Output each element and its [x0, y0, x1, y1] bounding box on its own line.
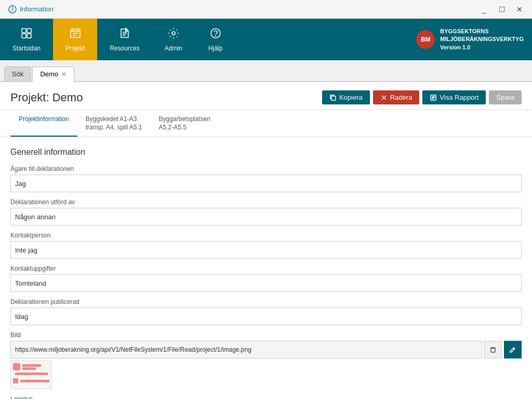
brand-avatar: BM: [416, 30, 435, 49]
form-area: Generell information Ägare till deklarat…: [0, 137, 532, 399]
subtab-projektinfo-label: Projektinformation: [19, 115, 69, 123]
hjälp-icon: [209, 27, 222, 43]
label-kontaktuppgifter: Kontaktuppgifter: [10, 265, 522, 272]
titlebar: Information _ ☐ ✕: [0, 0, 532, 19]
project-header: Projekt: Demo Kopiera Radera: [0, 82, 532, 110]
nav-startsidan-label: Startsidan: [12, 45, 41, 52]
startsidan-icon: [20, 27, 33, 43]
input-kontaktuppgifter[interactable]: [10, 274, 522, 292]
subtab-byggarbetsplatsen[interactable]: ByggarbetsplatsenA5.2-A5.5: [150, 110, 218, 137]
tab-demo[interactable]: Demo ✕: [32, 66, 74, 82]
input-publicerad[interactable]: [10, 308, 522, 325]
bild-edit-button[interactable]: [504, 341, 522, 358]
minimize-button[interactable]: _: [476, 2, 493, 17]
svg-rect-26: [491, 348, 495, 352]
brand-line2: MILJÖBERÄKNINGSVERKTYG: [440, 35, 524, 43]
project-actions: Kopiera Radera Visa Rapport Spar: [322, 90, 522, 104]
svg-point-2: [12, 7, 13, 8]
svg-point-16: [172, 32, 175, 35]
tabbar: Sök Demo ✕: [0, 60, 532, 82]
label-logotyp: Logotyp: [10, 395, 522, 399]
maximize-button[interactable]: ☐: [494, 2, 510, 17]
nav-hjälp[interactable]: Hjälp: [195, 19, 236, 60]
svg-rect-4: [27, 29, 31, 33]
copy-button[interactable]: Kopiera: [322, 90, 370, 104]
copy-label: Kopiera: [339, 94, 363, 101]
copy-icon: [329, 94, 337, 101]
label-utford: Deklarationen utförd av: [10, 198, 522, 206]
brand-line1: BYGGSEKTORNS: [440, 28, 524, 35]
brand: BM BYGGSEKTORNS MILJÖBERÄKNINGSVERKTYG V…: [416, 19, 532, 60]
trash-icon: [489, 346, 497, 353]
info-label: Information: [20, 5, 54, 13]
field-bild: Bild: [10, 331, 522, 389]
svg-point-18: [215, 36, 216, 36]
label-publicerad: Deklarationen publicerad: [10, 298, 522, 305]
pencil-icon: [509, 346, 516, 353]
nav-admin-label: Admin: [165, 45, 182, 52]
nav-resources-label: Resources: [110, 45, 139, 52]
nav-resources[interactable]: Resources: [97, 19, 152, 60]
subtab-byggarbetsplatsen-label: ByggarbetsplatsenA5.2-A5.5: [158, 115, 210, 131]
subtab-projektinfo[interactable]: Projektinformation: [10, 110, 77, 137]
brand-text: BYGGSEKTORNS MILJÖBERÄKNINGSVERKTYG Vers…: [440, 28, 524, 51]
report-label: Visa Rapport: [440, 94, 478, 101]
input-utford[interactable]: [10, 208, 522, 225]
label-kontaktperson: Kontaktperson: [10, 232, 522, 239]
nav-hjälp-label: Hjälp: [208, 45, 222, 52]
label-bild: Bild: [10, 331, 522, 339]
input-bild[interactable]: [10, 341, 482, 358]
close-button[interactable]: ✕: [511, 2, 528, 17]
tab-sok-label: Sök: [12, 70, 23, 78]
save-label: Spara: [496, 94, 514, 101]
navbar: Startsidan Projekt Resources: [0, 19, 532, 60]
projekt-icon: [69, 27, 82, 43]
field-publicerad: Deklarationen publicerad: [10, 298, 522, 325]
save-button[interactable]: Spara: [489, 90, 522, 104]
input-kontaktperson[interactable]: [10, 241, 522, 259]
svg-rect-6: [27, 34, 31, 38]
bild-delete-button[interactable]: [484, 341, 502, 358]
field-utford: Deklarationen utförd av: [10, 198, 522, 225]
project-title: Projekt: Demo: [10, 91, 322, 104]
field-kontaktuppgifter: Kontaktuppgifter: [10, 265, 522, 292]
tab-sok[interactable]: Sök: [4, 66, 31, 81]
info-icon: [8, 5, 17, 14]
bild-file-row: [10, 341, 522, 358]
section-title: Generell information: [10, 148, 522, 157]
tab-close-icon[interactable]: ✕: [61, 71, 66, 78]
subtab-byggskedet-label: Byggskedet A1-A3transp. A4, spill A5.1: [86, 115, 142, 131]
content-area: Projekt: Demo Kopiera Radera: [0, 82, 532, 399]
field-logotyp: Logotyp: [10, 395, 522, 399]
report-icon: [430, 94, 437, 101]
report-button[interactable]: Visa Rapport: [422, 90, 486, 104]
admin-icon: [167, 27, 180, 43]
nav-startsidan[interactable]: Startsidan: [0, 19, 53, 60]
resources-icon: [118, 27, 131, 43]
label-agare: Ägare till deklarationen: [10, 165, 522, 172]
window-controls: _ ☐ ✕: [476, 2, 528, 17]
nav-projekt[interactable]: Projekt: [53, 19, 97, 60]
delete-icon: [380, 94, 388, 101]
bild-preview: [10, 361, 52, 389]
tab-demo-label: Demo: [40, 70, 58, 78]
subtab-byggskedet[interactable]: Byggskedet A1-A3transp. A4, spill A5.1: [77, 110, 151, 137]
nav-projekt-label: Projekt: [65, 45, 85, 52]
delete-button[interactable]: Radera: [373, 90, 420, 104]
input-agare[interactable]: [10, 175, 522, 192]
svg-point-17: [211, 29, 220, 38]
brand-line3: Version 1.0: [440, 44, 524, 51]
info-section: Information: [8, 5, 54, 14]
nav-admin[interactable]: Admin: [152, 19, 195, 60]
field-kontaktperson: Kontaktperson: [10, 232, 522, 259]
delete-label: Radera: [390, 94, 413, 101]
svg-rect-5: [22, 34, 26, 38]
subtabs: Projektinformation Byggskedet A1-A3trans…: [0, 110, 532, 137]
svg-rect-19: [331, 96, 336, 100]
field-agare: Ägare till deklarationen: [10, 165, 522, 192]
svg-rect-3: [22, 29, 26, 33]
